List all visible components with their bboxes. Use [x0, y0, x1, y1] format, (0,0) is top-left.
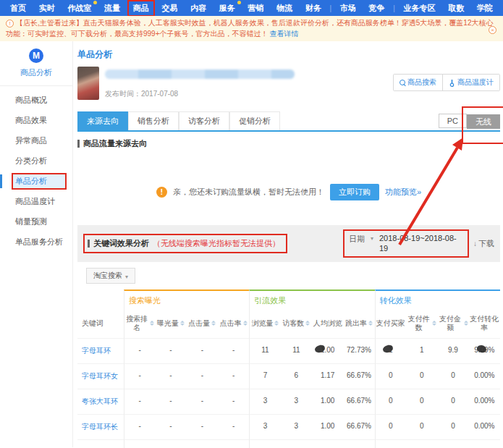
device-button-无线[interactable]: 无线	[467, 114, 500, 129]
download-link[interactable]: ↓ 下载	[473, 238, 494, 249]
nav-item-竞争[interactable]: 竞争	[365, 1, 389, 15]
order-now-button[interactable]: 立即订购	[330, 184, 379, 200]
nav-item-取数[interactable]: 取数	[444, 1, 468, 15]
table-cell: -	[124, 363, 155, 389]
notice-close-icon[interactable]: ×	[489, 26, 496, 34]
tab-促销分析[interactable]: 促销分析	[229, 111, 280, 130]
nav-item-流量[interactable]: 流量	[100, 1, 124, 15]
product-header: 发布时间：2017-07-08 商品搜索 商品温度计	[77, 65, 500, 106]
column-header-支付件数[interactable]: 支付件数	[406, 309, 437, 338]
table-cell: -	[124, 389, 155, 414]
date-range-box[interactable]: 日期 ▾ 2018-08-19~2018-08-19	[343, 229, 469, 258]
product-search-button[interactable]: 商品搜索	[394, 75, 442, 90]
table-cell: 0	[375, 389, 406, 414]
sort-icon	[464, 321, 468, 326]
sidebar-item-单品服务分析[interactable]: 单品服务分析	[13, 235, 65, 249]
nav-item-市场[interactable]: 市场	[336, 1, 360, 15]
table-cell: -	[124, 338, 155, 363]
nav-item-业务专区[interactable]: 业务专区	[400, 1, 440, 15]
table-cell: 3	[281, 414, 312, 439]
column-header-支付买家[interactable]: 支付买家	[375, 309, 406, 338]
keyword-link[interactable]: 字母耳环女	[77, 363, 124, 389]
column-header-搜索排名[interactable]: 搜索排名	[124, 309, 155, 338]
taobao-search-tab[interactable]: 淘宝搜索 ▾	[86, 268, 135, 284]
column-header-访客数[interactable]: 访客数	[281, 309, 312, 338]
table-cell: 66.67%	[343, 363, 374, 389]
app-root: 首页实时作战室流量商品交易内容服务营销物流财务|市场竞争|业务专区取数学院 !【…	[0, 0, 503, 448]
column-header-关键词[interactable]: 关键词	[77, 309, 124, 338]
nav-item-商品[interactable]: 商品	[129, 1, 153, 15]
tab-list: 来源去向销售分析访客分析促销分析	[77, 111, 280, 130]
keyword-link[interactable]: 耳坠 女 潮	[77, 439, 124, 448]
table-cell: 0	[375, 363, 406, 389]
nav-item-财务[interactable]: 财务	[301, 1, 326, 15]
wireless-highlight-wrap: 无线	[467, 114, 500, 127]
device-button-PC[interactable]: PC	[439, 114, 467, 128]
column-header-点击率[interactable]: 点击率	[218, 309, 249, 338]
table-cell: 0	[437, 363, 468, 389]
table-cell: 100.00%	[343, 439, 374, 448]
header-actions: 商品搜索 商品温度计	[393, 74, 500, 91]
column-header-支付转化率[interactable]: 支付转化率	[469, 309, 500, 338]
sidebar-item-销量预测[interactable]: 销量预测	[13, 215, 65, 229]
notice-alert-icon: !	[6, 20, 14, 28]
sidebar-item-商品温度计[interactable]: 商品温度计	[13, 195, 65, 208]
nav-item-首页[interactable]: 首页	[6, 1, 30, 15]
page-title: 单品分析	[77, 48, 500, 61]
column-header-人均浏览[interactable]: 人均浏览	[312, 309, 343, 338]
group-spacer	[77, 289, 124, 309]
nav-item-学院[interactable]: 学院	[473, 1, 497, 15]
nav-item-实时[interactable]: 实时	[35, 1, 59, 15]
table-cell: 1.00	[312, 389, 343, 414]
redacted-value: 1.00	[321, 346, 334, 354]
table-cell: 3	[281, 439, 312, 448]
sidebar-item-异常商品[interactable]: 异常商品	[13, 134, 65, 148]
nav-item-服务[interactable]: 服务	[215, 1, 240, 15]
promo-text: 亲，您还未订购流量纵横，暂时无法使用！	[173, 187, 324, 198]
nav-item-物流[interactable]: 物流	[272, 1, 297, 15]
column-header-浏览量[interactable]: 浏览量	[249, 309, 280, 338]
table-cell: -	[218, 338, 249, 363]
table-cell: -	[155, 389, 186, 414]
table-cell: 3	[249, 389, 280, 414]
nav-item-内容[interactable]: 内容	[186, 1, 211, 15]
table-cell: 9.09%	[469, 338, 500, 363]
table-cell: 3	[249, 414, 280, 439]
product-thermometer-label: 商品温度计	[457, 77, 494, 88]
sidebar-item-商品效果[interactable]: 商品效果	[13, 114, 65, 127]
sort-icon	[274, 321, 279, 326]
chevron-down-icon: ▾	[125, 271, 128, 280]
table-cell: 6	[281, 363, 312, 389]
column-header-点击量[interactable]: 点击量	[187, 309, 218, 338]
notice-detail-link[interactable]: 查看详情	[270, 30, 299, 38]
nav-item-营销[interactable]: 营销	[244, 1, 269, 15]
keyword-section-controls: 日期 ▾ 2018-08-19~2018-08-19 ↓ 下载	[343, 229, 494, 258]
subscribe-promo: ! 亲，您还未订购流量纵横，暂时无法使用！ 立即订购 功能预览»	[77, 184, 500, 200]
sidebar-item-分类分析[interactable]: 分类分析	[13, 154, 65, 168]
device-toggle: PC无线	[439, 114, 500, 130]
publish-time: 发布时间：2017-07-08	[105, 89, 393, 99]
keyword-link[interactable]: 字母耳环长	[77, 414, 124, 439]
tab-来源去向[interactable]: 来源去向	[77, 111, 128, 130]
column-header-支付金额[interactable]: 支付金额	[437, 309, 468, 338]
sidebar-item-单品分析[interactable]: 单品分析	[13, 174, 65, 188]
chevron-down-icon: ▾	[371, 233, 373, 242]
nav-item-作战室[interactable]: 作战室	[63, 1, 96, 15]
sidebar: M 商品分析 商品概况商品效果异常商品分类分析单品分析商品温度计销量预测单品服务…	[0, 41, 73, 447]
sidebar-item-商品概况[interactable]: 商品概况	[13, 93, 65, 107]
nav-item-交易[interactable]: 交易	[157, 1, 182, 15]
publish-time-label: 发布时间：	[105, 90, 141, 98]
table-cell: 1.00	[312, 414, 343, 439]
keyword-link[interactable]: 夸张大耳环	[77, 389, 124, 414]
feature-preview-link[interactable]: 功能预览»	[385, 187, 421, 198]
table-cell: 0	[406, 363, 437, 389]
table-cell: 11	[281, 338, 312, 363]
keyword-section-title-box: 关键词效果分析 （无线端搜索曝光指标暂无法提供）	[83, 234, 287, 253]
column-header-跳出率[interactable]: 跳出率	[343, 309, 374, 338]
product-thermometer-button[interactable]: 商品温度计	[442, 75, 499, 90]
table-cell: -	[187, 389, 218, 414]
column-header-曝光量[interactable]: 曝光量	[155, 309, 186, 338]
tab-访客分析[interactable]: 访客分析	[179, 111, 229, 130]
tab-销售分析[interactable]: 销售分析	[128, 111, 179, 130]
keyword-link[interactable]: 字母耳环	[77, 338, 124, 363]
